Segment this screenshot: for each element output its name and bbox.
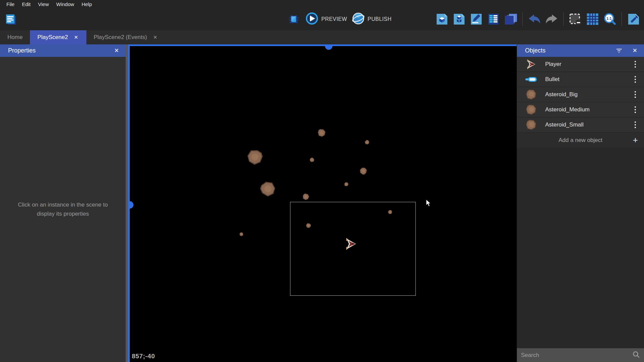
- canvas-left-resize-handle[interactable]: [130, 201, 133, 209]
- tab-label: PlayScene2 (Events): [94, 34, 147, 41]
- object-row-player[interactable]: Player: [517, 57, 644, 72]
- asteroid-instance[interactable]: [302, 193, 310, 201]
- asteroid-instance[interactable]: [318, 129, 326, 137]
- objects-panel-title: Objects: [525, 47, 546, 54]
- grid-icon[interactable]: [586, 12, 600, 26]
- tab-playscene2-events[interactable]: PlayScene2 (Events) ✕: [86, 30, 165, 44]
- asteroid-icon: [517, 105, 545, 115]
- canvas-top-resize-handle[interactable]: [325, 46, 332, 50]
- toolbar-divider: [522, 12, 523, 26]
- edit-objects-icon[interactable]: [452, 12, 466, 26]
- objects-panel: Objects ✕ Player Bullet Asteroid_Big Ast…: [517, 44, 644, 362]
- tab-label: PlayScene2: [37, 34, 68, 41]
- asteroid-icon: [517, 120, 545, 130]
- properties-panel: Properties ✕ Click on an instance in the…: [0, 44, 126, 362]
- object-menu-icon[interactable]: [633, 90, 637, 99]
- menu-item-window[interactable]: Window: [52, 1, 78, 8]
- mouse-cursor: [426, 199, 432, 209]
- properties-close-icon[interactable]: ✕: [112, 46, 121, 55]
- preview-label: PREVIEW: [321, 16, 347, 22]
- player-ship-instance[interactable]: [345, 238, 357, 251]
- object-name-label: Asteroid_Big: [545, 91, 577, 98]
- add-object-plus-icon[interactable]: +: [633, 135, 638, 145]
- player-ship-icon: [517, 59, 545, 69]
- object-row-asteroid_medium[interactable]: Asteroid_Medium: [517, 102, 644, 117]
- gdevelop-window: FileEditViewWindowHelp: [0, 0, 644, 362]
- toolbar-divider: [621, 12, 622, 26]
- object-row-asteroid_small[interactable]: Asteroid_Small: [517, 117, 644, 133]
- add-object-label: Add a new object: [559, 137, 602, 144]
- object-menu-icon[interactable]: [633, 60, 637, 69]
- menu-item-view[interactable]: View: [34, 1, 52, 8]
- object-row-bullet[interactable]: Bullet: [517, 72, 644, 87]
- object-menu-icon[interactable]: [633, 75, 637, 84]
- filter-icon[interactable]: [616, 49, 622, 53]
- tab-close-icon[interactable]: ✕: [73, 34, 79, 41]
- menu-item-help[interactable]: Help: [78, 1, 96, 8]
- object-search-input[interactable]: [521, 352, 633, 359]
- tab-playscene2[interactable]: PlayScene2 ✕: [30, 30, 86, 44]
- asteroid-instance[interactable]: [239, 232, 244, 237]
- menu-item-file[interactable]: File: [3, 1, 18, 8]
- publish-button[interactable]: PUBLISH: [352, 12, 392, 26]
- asteroid-instance[interactable]: [358, 166, 368, 176]
- asteroid-instance[interactable]: [364, 139, 370, 146]
- asteroid-instance[interactable]: [257, 178, 279, 200]
- zoom-one-to-one-icon[interactable]: 1:1: [603, 12, 617, 26]
- object-menu-icon[interactable]: [633, 120, 637, 130]
- menu-item-edit[interactable]: Edit: [18, 1, 34, 8]
- instances-list-icon[interactable]: [486, 12, 500, 26]
- asteroid-instance[interactable]: [245, 148, 265, 167]
- tab-home[interactable]: Home: [0, 30, 30, 44]
- undo-icon[interactable]: [527, 12, 541, 26]
- object-menu-icon[interactable]: [633, 105, 637, 114]
- asteroid-instance[interactable]: [309, 157, 315, 163]
- edit-properties-icon[interactable]: [469, 12, 483, 26]
- redo-icon[interactable]: [545, 12, 559, 26]
- properties-empty-message: Click on an instance in the scene to dis…: [14, 201, 112, 218]
- mask-icon[interactable]: [568, 12, 582, 26]
- preview-button[interactable]: PREVIEW: [306, 12, 347, 26]
- panel-resize-gutter[interactable]: [126, 44, 128, 362]
- properties-panel-title: Properties: [8, 47, 36, 54]
- scene-canvas[interactable]: 857;-40: [128, 44, 517, 362]
- properties-panel-body: Click on an instance in the scene to dis…: [0, 57, 126, 362]
- publish-label: PUBLISH: [368, 16, 392, 22]
- tab-bar: Home PlayScene2 ✕ PlayScene2 (Events) ✕: [0, 30, 644, 44]
- preview-play-icon: [306, 12, 318, 26]
- tab-close-icon[interactable]: ✕: [152, 34, 158, 41]
- object-name-label: Asteroid_Medium: [545, 106, 590, 113]
- objects-close-icon[interactable]: ✕: [631, 46, 639, 55]
- edit-scene-icon[interactable]: [435, 12, 449, 26]
- objects-panel-header: Objects ✕: [517, 44, 644, 57]
- add-object-row[interactable]: Add a new object +: [517, 133, 644, 148]
- main-toolbar: PREVIEW PUBLISH: [0, 8, 644, 30]
- tab-label: Home: [7, 34, 23, 41]
- project-manager-icon[interactable]: [3, 12, 17, 26]
- svg-text:1:1: 1:1: [606, 16, 612, 21]
- layers-icon[interactable]: [504, 12, 518, 26]
- cursor-coordinates-label: 857;-40: [132, 353, 155, 360]
- object-name-label: Asteroid_Small: [545, 121, 583, 128]
- publish-globe-icon: [352, 12, 365, 26]
- search-icon: [633, 351, 640, 360]
- toolbar-divider: [563, 12, 564, 26]
- bullet-icon: [517, 76, 545, 83]
- object-name-label: Bullet: [545, 76, 560, 83]
- object-name-label: Player: [545, 61, 561, 68]
- asteroid-icon: [517, 89, 545, 100]
- build-settings-icon[interactable]: [627, 12, 641, 26]
- object-row-asteroid_big[interactable]: Asteroid_Big: [517, 87, 644, 102]
- object-search-bar: [517, 348, 644, 362]
- debug-icon[interactable]: [287, 12, 301, 26]
- objects-list: Player Bullet Asteroid_Big Asteroid_Medi…: [517, 57, 644, 133]
- properties-panel-header: Properties ✕: [0, 44, 126, 57]
- menu-bar: FileEditViewWindowHelp: [0, 0, 644, 8]
- asteroid-instance[interactable]: [344, 182, 349, 186]
